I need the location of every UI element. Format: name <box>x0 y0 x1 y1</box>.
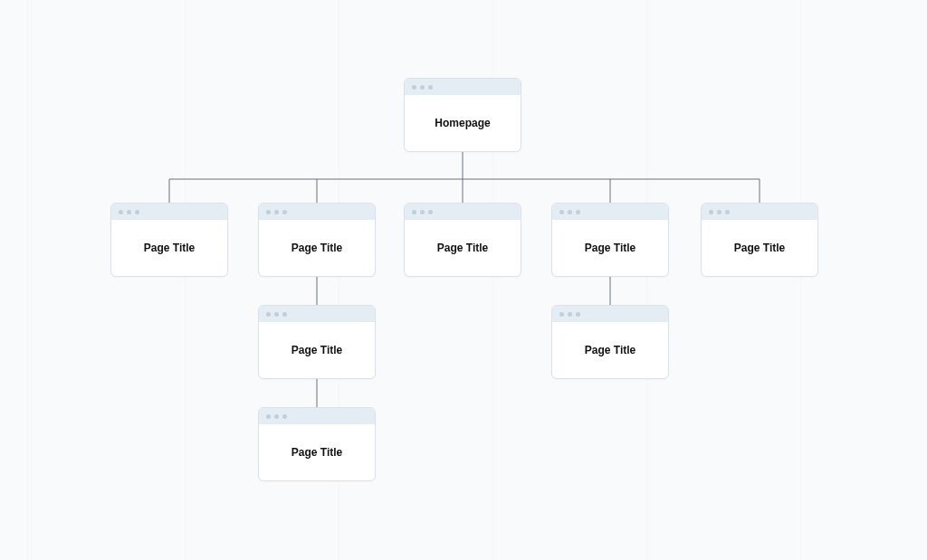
window-dot-icon <box>420 210 425 214</box>
node-body: Page Title <box>405 220 521 276</box>
node-title: Page Title <box>144 242 195 254</box>
node-body: Page Title <box>552 220 668 276</box>
sitemap-node-level1-4[interactable]: Page Title <box>701 203 818 277</box>
window-dot-icon <box>412 210 416 214</box>
sitemap-node-level1-1[interactable]: Page Title <box>258 203 376 277</box>
node-body: Page Title <box>552 322 668 378</box>
sitemap-node-level1-0[interactable]: Page Title <box>110 203 228 277</box>
node-body: Page Title <box>259 424 375 480</box>
node-header <box>259 408 375 424</box>
node-header <box>702 204 817 220</box>
window-dot-icon <box>282 414 287 419</box>
node-body: Homepage <box>405 95 521 151</box>
window-dot-icon <box>568 312 572 317</box>
node-title: Page Title <box>291 344 342 356</box>
window-dot-icon <box>274 312 279 317</box>
sitemap-node-level1-2[interactable]: Page Title <box>404 203 521 277</box>
node-body: Page Title <box>111 220 227 276</box>
window-dot-icon <box>709 210 713 214</box>
window-dot-icon <box>428 85 433 90</box>
node-header <box>405 79 521 95</box>
node-title: Page Title <box>437 242 488 254</box>
node-title: Page Title <box>585 344 636 356</box>
window-dot-icon <box>725 210 730 214</box>
node-header <box>552 306 668 322</box>
window-dot-icon <box>412 85 416 90</box>
node-header <box>259 204 375 220</box>
window-dot-icon <box>568 210 572 214</box>
window-dot-icon <box>266 312 271 317</box>
window-dot-icon <box>420 85 425 90</box>
sitemap-canvas: Homepage Page Title Page Title Page <box>0 0 927 560</box>
window-dot-icon <box>576 312 580 317</box>
node-title: Page Title <box>291 446 342 459</box>
node-body: Page Title <box>702 220 817 276</box>
sitemap-node-level1-3[interactable]: Page Title <box>551 203 669 277</box>
node-title: Page Title <box>734 242 785 254</box>
window-dot-icon <box>559 210 564 214</box>
window-dot-icon <box>282 210 287 214</box>
window-dot-icon <box>717 210 722 214</box>
sitemap-node-level2-col1[interactable]: Page Title <box>258 305 376 379</box>
window-dot-icon <box>266 414 271 419</box>
node-header <box>111 204 227 220</box>
sitemap-node-level2-col3[interactable]: Page Title <box>551 305 669 379</box>
node-title: Page Title <box>291 242 342 254</box>
node-header <box>405 204 521 220</box>
window-dot-icon <box>576 210 580 214</box>
window-dot-icon <box>266 210 271 214</box>
window-dot-icon <box>282 312 287 317</box>
window-dot-icon <box>274 210 279 214</box>
window-dot-icon <box>274 414 279 419</box>
node-header <box>552 204 668 220</box>
node-body: Page Title <box>259 220 375 276</box>
sitemap-node-level3-col1[interactable]: Page Title <box>258 407 376 481</box>
window-dot-icon <box>135 210 139 214</box>
window-dot-icon <box>559 312 564 317</box>
node-title: Page Title <box>585 242 636 254</box>
sitemap-node-root[interactable]: Homepage <box>404 78 521 152</box>
node-header <box>259 306 375 322</box>
node-title: Homepage <box>435 117 490 129</box>
window-dot-icon <box>127 210 131 214</box>
node-body: Page Title <box>259 322 375 378</box>
window-dot-icon <box>119 210 123 214</box>
window-dot-icon <box>428 210 433 214</box>
